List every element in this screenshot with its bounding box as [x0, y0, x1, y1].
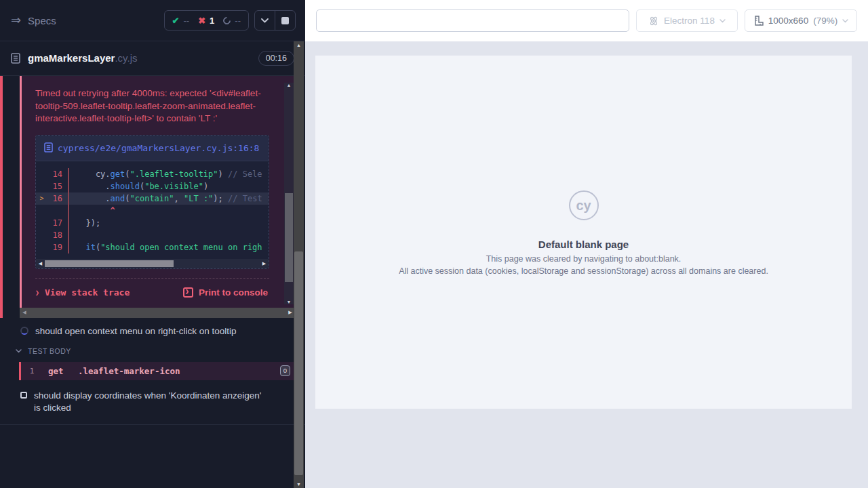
sidebar-vertical-scrollbar[interactable]: ▲ ▼ [294, 41, 304, 488]
pending-icon [222, 15, 233, 26]
scrollbar-thumb[interactable] [294, 251, 303, 475]
specs-title: Specs [28, 15, 56, 26]
specs-menu-icon[interactable]: ⇒ [11, 14, 21, 26]
viewport-size-select[interactable]: 1000x660 (79%) [745, 9, 857, 32]
stat-failed: ✖ 1 [198, 16, 214, 26]
scroll-left-icon[interactable]: ◀ [20, 310, 29, 315]
code-frame: cypress/e2e/gmaMarkersLayer.cy.js:16:8 1… [35, 135, 269, 269]
blank-page-line1: This page was cleared by navigating to a… [486, 255, 682, 264]
error-vertical-scrollbar[interactable]: ▲ ▼ [284, 83, 294, 304]
code-lines: 14 cy.get(".leaflet-tooltip") // Sele15 … [36, 161, 269, 259]
stop-icon [281, 17, 289, 24]
chevron-right-icon: ❯ [35, 289, 39, 296]
failed-test-attempt: Timed out retrying after 4000ms: expecte… [0, 76, 305, 318]
reporter-header: ⇒ Specs ✔ -- ✖ 1 -- [0, 0, 305, 41]
chevron-down-icon [16, 349, 22, 353]
spec-header-row[interactable]: gmaMarkersLayer.cy.js 00:16 [0, 41, 305, 76]
code-line: 18 [36, 229, 269, 241]
command-message: .leaflet-marker-icon [78, 366, 280, 376]
command-method: get [48, 366, 78, 376]
spec-name: gmaMarkersLayer.cy.js [28, 52, 137, 64]
code-line: >16 .and("contain", "LT :"); // Test [36, 192, 269, 205]
scroll-left-icon[interactable]: ◀ [36, 261, 45, 266]
viewport-size-value: 1000x660 [768, 16, 808, 26]
command-number: 1 [21, 367, 43, 375]
collapse-all-button[interactable] [255, 11, 275, 30]
code-line: 19 it("should open context menu on righ [36, 241, 269, 253]
spec-timer-badge: 00:16 [258, 51, 294, 66]
test-title: should display coordinates when 'Koordin… [34, 390, 268, 414]
url-input[interactable] [316, 9, 629, 32]
error-footer: ❯ View stack trace Print to console [35, 278, 269, 308]
blank-page: cy Default blank page This page was clea… [315, 56, 852, 409]
scroll-up-icon[interactable]: ▲ [284, 83, 294, 87]
cypress-reporter-sidebar: ⇒ Specs ✔ -- ✖ 1 -- [0, 0, 305, 488]
viewport-zoom-value: (79%) [813, 16, 837, 26]
stat-passed: ✔ -- [172, 16, 190, 26]
scroll-up-icon[interactable]: ▲ [294, 43, 304, 47]
code-file-icon [44, 142, 53, 152]
cross-icon: ✖ [198, 16, 205, 26]
check-icon: ✔ [172, 16, 180, 26]
code-horizontal-scrollbar[interactable]: ◀ ▶ [36, 259, 269, 268]
test-title: should open context menu on right-click … [35, 325, 236, 338]
error-message: Timed out retrying after 4000ms: expecte… [35, 87, 267, 125]
test-stats: ✔ -- ✖ 1 -- [164, 10, 249, 30]
ruler-icon [753, 16, 764, 26]
test-body-header[interactable]: TEST BODY [0, 344, 305, 360]
console-icon [183, 287, 193, 298]
error-panel: Timed out retrying after 4000ms: expecte… [20, 76, 295, 318]
divider [0, 424, 305, 425]
running-spinner-icon [20, 327, 28, 335]
test-item-running[interactable]: should open context menu on right-click … [0, 318, 305, 344]
browser-select[interactable]: Electron 118 [636, 9, 738, 32]
error-horizontal-scrollbar[interactable]: ◀ ▶ [20, 308, 295, 318]
electron-icon [648, 16, 659, 26]
code-frame-file-link[interactable]: cypress/e2e/gmaMarkersLayer.cy.js:16:8 [36, 136, 269, 161]
run-controls [254, 10, 296, 30]
browser-toolbar: Electron 118 1000x660 (79%) [305, 0, 868, 42]
command-row[interactable]: 1 get .leaflet-marker-icon 0 [19, 362, 295, 380]
browser-panel: Electron 118 1000x660 (79%) cy Default b… [305, 0, 868, 488]
test-item-pending[interactable]: should display coordinates when 'Koordin… [0, 382, 305, 420]
scroll-down-icon[interactable]: ▼ [294, 482, 304, 487]
scroll-right-icon[interactable]: ▶ [260, 261, 269, 266]
command-count-badge: 0 [280, 365, 290, 376]
blank-page-title: Default blank page [538, 239, 629, 250]
chevron-down-icon [261, 18, 269, 23]
scroll-down-icon[interactable]: ▼ [284, 300, 294, 304]
view-stack-trace-button[interactable]: ❯ View stack trace [35, 287, 130, 298]
app-under-test-area: cy Default blank page This page was clea… [305, 42, 868, 488]
scrollbar-thumb[interactable] [45, 260, 174, 267]
code-line: 17 }); [36, 217, 269, 229]
code-line: 15 .should("be.visible") [36, 180, 269, 192]
spec-file-icon [11, 53, 20, 64]
code-line: ^ [36, 205, 269, 217]
print-to-console-button[interactable]: Print to console [183, 287, 268, 298]
blank-page-line2: All active session data (cookies, localS… [399, 267, 768, 276]
cypress-logo: cy [569, 190, 599, 220]
scrollbar-thumb[interactable] [285, 193, 293, 282]
chevron-down-icon [719, 19, 726, 23]
stop-run-button[interactable] [275, 11, 295, 30]
code-line: 14 cy.get(".leaflet-tooltip") // Sele [36, 168, 269, 180]
stat-pending: -- [223, 16, 241, 26]
processing-square-icon [20, 392, 27, 399]
chevron-down-icon [842, 19, 848, 23]
